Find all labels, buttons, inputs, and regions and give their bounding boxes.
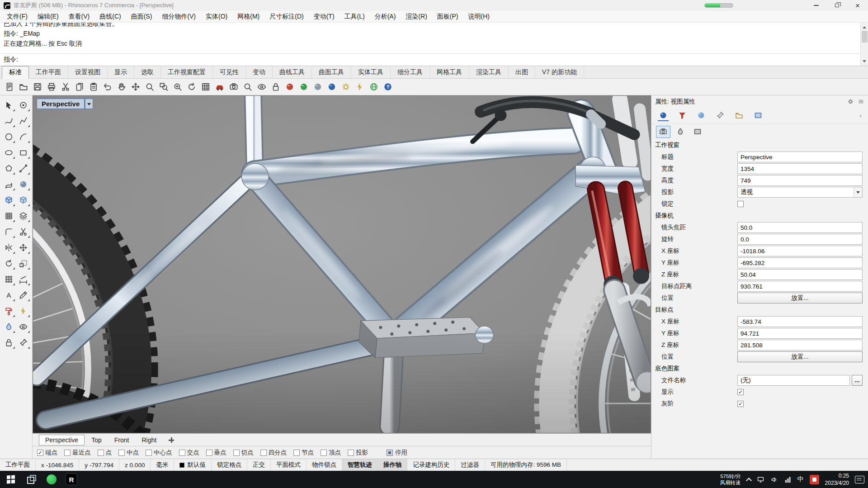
scale-tool[interactable]: [17, 256, 30, 270]
command-scrollbar[interactable]: [860, 23, 868, 66]
mirror-tool[interactable]: [2, 241, 15, 254]
camera-x-field[interactable]: -1018.06: [737, 246, 863, 256]
osnap-center[interactable]: 中心点: [146, 449, 172, 457]
perspective-viewport[interactable]: Perspective: [33, 95, 651, 433]
status-layer[interactable]: 默认值: [174, 459, 212, 471]
pan-view-button[interactable]: [115, 81, 128, 94]
viewport-locked-checkbox[interactable]: [737, 201, 744, 207]
command-area[interactable]: 已加入 1 个剪辑的多重曲面至选取集合。 指令: _EMap 正在建立网格...…: [0, 23, 868, 66]
camera-rotation-field[interactable]: 0.0: [737, 234, 863, 245]
new-viewport-tab-button[interactable]: [168, 436, 175, 444]
ime-indicator[interactable]: 中: [797, 475, 804, 483]
close-button[interactable]: ×: [847, 0, 868, 11]
restore-button[interactable]: [826, 0, 847, 11]
target-place-button[interactable]: 放置...: [737, 351, 863, 362]
paste-button[interactable]: [87, 81, 100, 94]
menu-item-mesh[interactable]: 网格(M): [232, 13, 264, 21]
move-view-button[interactable]: [129, 81, 142, 94]
camera-z-field[interactable]: 50.04: [737, 269, 863, 280]
move-tool[interactable]: [17, 241, 30, 254]
scroll-up-icon[interactable]: [861, 23, 868, 30]
target-x-field[interactable]: -583.74: [737, 316, 863, 327]
tab-properties[interactable]: [658, 110, 669, 121]
copy-button[interactable]: [73, 81, 86, 94]
polygon-tool[interactable]: [2, 161, 15, 175]
viewport-tab-top[interactable]: Top: [85, 435, 108, 445]
wallpaper-show-checkbox[interactable]: [737, 389, 744, 395]
osnap-near[interactable]: 最近点: [64, 449, 91, 457]
camera-y-field[interactable]: -695.282: [737, 257, 863, 268]
tab-notes[interactable]: [715, 110, 726, 121]
save-file-button[interactable]: [31, 81, 44, 94]
scroll-down-icon[interactable]: [861, 58, 868, 66]
osnap-knot[interactable]: 节点: [293, 449, 314, 457]
viewport-menu-button[interactable]: [85, 99, 93, 109]
sphere-tool[interactable]: [17, 177, 30, 191]
viewport-properties-button[interactable]: [656, 126, 670, 138]
viewport-projection-select[interactable]: 透视: [737, 187, 863, 198]
new-file-button[interactable]: [3, 81, 16, 94]
zoom-selected-button[interactable]: [241, 81, 254, 94]
toolbar-tab-visibility[interactable]: 可见性: [213, 66, 246, 78]
clock[interactable]: 0:25 2023/4/20: [825, 472, 849, 487]
osnap-knot-checkbox[interactable]: [293, 450, 300, 456]
viewport-tab-perspective[interactable]: Perspective: [39, 435, 85, 445]
cut-button[interactable]: [59, 81, 72, 94]
toolbar-tab-transform[interactable]: 变动: [246, 66, 273, 78]
osnap-tangent-checkbox[interactable]: [233, 450, 240, 456]
osnap-disable[interactable]: 停用: [387, 449, 407, 457]
rotate-view-button[interactable]: [185, 81, 198, 94]
tab-display[interactable]: [696, 110, 707, 121]
pin-tool[interactable]: [17, 336, 30, 349]
scrollbar-thumb[interactable]: [862, 31, 868, 43]
grid-options-button[interactable]: [199, 81, 212, 94]
panel-tab-scroll-icon[interactable]: ‹: [860, 112, 862, 119]
pencil-tool[interactable]: [17, 288, 30, 302]
minimize-button[interactable]: [806, 0, 826, 11]
surface-tool[interactable]: [2, 177, 15, 191]
status-toggle-history[interactable]: 记录建构历史: [407, 459, 455, 471]
menu-item-subd[interactable]: 细分物件(V): [157, 13, 201, 21]
fillet-tool[interactable]: [2, 225, 15, 238]
lock-tool[interactable]: [2, 336, 15, 349]
wallpaper-properties-button[interactable]: [690, 126, 705, 138]
snapshot-button[interactable]: [227, 81, 240, 94]
render-preview-button[interactable]: [283, 81, 296, 94]
osnap-intersection-checkbox[interactable]: [179, 450, 185, 456]
print-button[interactable]: [45, 81, 58, 94]
osnap-near-checkbox[interactable]: [64, 450, 71, 456]
wallpaper-filename-browse-button[interactable]: ...: [852, 375, 863, 386]
toolbar-tab-surface-tools[interactable]: 曲面工具: [312, 66, 351, 78]
earth-anchor-button[interactable]: [367, 81, 380, 94]
wallpaper-filename-field[interactable]: (无): [737, 375, 850, 386]
status-toggle-grid-snap[interactable]: 锁定格点: [212, 459, 247, 471]
toolbar-tab-render-tools[interactable]: 渲染工具: [469, 66, 509, 78]
toolbar-tab-subd-tools[interactable]: 细分工具: [391, 66, 430, 78]
visibility-tool[interactable]: [17, 320, 30, 333]
dimension-tool[interactable]: [17, 272, 30, 286]
rotate-tool[interactable]: [2, 256, 15, 270]
viewport-projection-dropdown-button[interactable]: [854, 187, 862, 197]
osnap-vertex[interactable]: 顶点: [321, 449, 341, 457]
ellipse-tool[interactable]: [2, 146, 15, 159]
droplet-tool[interactable]: [2, 320, 15, 333]
osnap-perpendicular-checkbox[interactable]: [206, 450, 212, 456]
taskbar-app-rhino[interactable]: R: [61, 471, 81, 488]
monitor-icon[interactable]: [757, 476, 764, 483]
menu-item-panels[interactable]: 面板(P): [432, 13, 463, 21]
menu-item-surface[interactable]: 曲面(S): [126, 13, 157, 21]
menu-item-curve[interactable]: 曲线(C): [94, 13, 126, 21]
auto-cplane-button[interactable]: [213, 81, 226, 94]
tab-libraries[interactable]: [734, 110, 745, 121]
polyline-tool[interactable]: [17, 114, 30, 128]
osnap-quadrant-checkbox[interactable]: [260, 450, 267, 456]
toolbar-tab-select[interactable]: 选取: [134, 66, 161, 78]
layers-tool[interactable]: [17, 209, 30, 223]
osnap-mid-checkbox[interactable]: [118, 450, 125, 456]
toolbar-tab-curve-tools[interactable]: 曲线工具: [273, 66, 312, 78]
taskbar-app-messenger[interactable]: [42, 471, 61, 488]
network-icon[interactable]: [784, 476, 792, 483]
text-tool[interactable]: A: [2, 288, 15, 302]
viewport-height-field[interactable]: 749: [737, 175, 863, 186]
status-toggle-ortho[interactable]: 正交: [247, 459, 271, 471]
